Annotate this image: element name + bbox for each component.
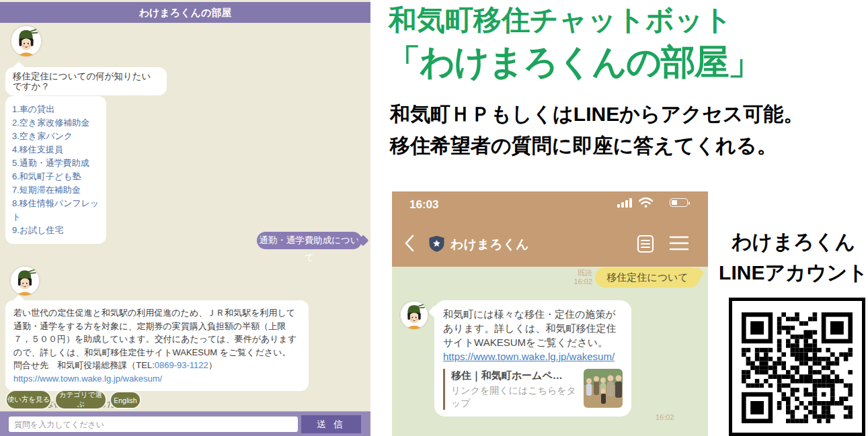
bot-avatar (10, 266, 40, 296)
wifi-icon (639, 198, 653, 208)
bot-avatar (400, 301, 428, 329)
chat-header-title: わけまろくんの部屋 (0, 2, 370, 23)
bot-avatar (11, 26, 42, 56)
phone-user-message: 移住定住について (595, 267, 700, 288)
status-bar-time: 16:03 (409, 198, 438, 212)
phone-wakesum-link[interactable]: https://www.town.wake.lg.jp/wakesum/ (443, 351, 615, 362)
chatbot-panel: わけまろくんの部屋 移住定住についての何が知りたいですか？ 1.車の貸出 2.空… (0, 0, 370, 436)
menu-item-trial-house[interactable]: 9.お試し住宅 (12, 224, 100, 237)
headline-line1: 和気町移住チャットボット (389, 1, 732, 39)
chat-partner-name: わけまろくん (450, 236, 529, 253)
contact-line: 問合せ先 和気町役場総務課（TEL:0869-93-1122） (13, 360, 217, 370)
menu-item-car-rental[interactable]: 1.車の貸出 (12, 103, 100, 116)
line-qr-code (729, 298, 865, 436)
link-preview-thumbnail (584, 369, 623, 408)
menu-item-kids-school[interactable]: 6.和気町子ども塾 (12, 170, 100, 183)
send-button[interactable]: 送 信 (301, 415, 361, 433)
cellular-signal-icon (617, 198, 632, 208)
wakemaro-character-icon (10, 266, 40, 296)
qr-code-pattern (742, 312, 853, 423)
back-chevron-icon[interactable] (404, 234, 414, 252)
tel-link[interactable]: 0869-93-1122 (155, 360, 208, 370)
link-preview-title: 移住｜和気町ホームペ… (451, 369, 581, 382)
user-message-bubble: 通勤・通学費助成について (257, 232, 362, 249)
menu-item-pamphlet[interactable]: 8.移住情報パンフレット (12, 197, 100, 224)
line-app-screenshot: 16:03 わけまろくん 既読 16:0 (392, 191, 708, 436)
link-preview-card[interactable]: 移住｜和気町ホームペ… リンクを開くにはこちらをタップ (443, 369, 623, 410)
wakemaro-character-icon (11, 26, 42, 56)
description-line2: 移住希望者の質問に即座に答えてくれる。 (390, 132, 777, 160)
menu-hamburger-icon[interactable] (669, 234, 689, 252)
english-button[interactable]: English (110, 391, 141, 409)
wakesum-link[interactable]: https://www.town.wake.lg.jp/wakesum/ (13, 374, 162, 384)
description-line1: 和気町ＨＰもしくはLINEからアクセス可能。 (390, 101, 803, 128)
read-receipt: 既読 (569, 268, 592, 278)
sent-time: 16:02 (569, 277, 592, 286)
phone-bot-message-body: 和気町には様々な移住・定住の施策があります。詳しくは、和気町移住定住サイトWAK… (443, 308, 616, 348)
how-to-use-button[interactable]: 使い方を見る (5, 390, 52, 410)
qr-label-line2: LINEアカウント (714, 259, 868, 287)
verified-badge-icon (428, 235, 445, 253)
bot-message-2: 若い世代の定住促進と和気駅の利用促進のため、ＪＲ和気駅を利用して通勤・通学をする… (5, 300, 309, 391)
bot-message-1: 移住定住についての何が知りたいですか？ (5, 67, 167, 95)
menu-item-vacant-house-bank[interactable]: 3.空き家バンク (12, 130, 100, 143)
menu-bubble: 1.車の貸出 2.空き家改修補助金 3.空き家バンク 4.移住支援員 5.通勤・… (5, 96, 106, 244)
bot-message-time: 16:02 (656, 413, 674, 421)
chat-input-bar: 送 信 (0, 411, 370, 436)
menu-item-vacant-house-subsidy[interactable]: 2.空き家改修補助金 (12, 116, 100, 130)
line-header: 16:03 わけまろくん (392, 191, 708, 267)
menu-item-migration-supporter[interactable]: 4.移住支援員 (12, 143, 100, 157)
menu-item-short-stay-subsidy[interactable]: 7.短期滞在補助金 (12, 183, 100, 197)
qr-label-line1: わけまろくん (719, 228, 867, 256)
menu-item-commute-subsidy[interactable]: 5.通勤・通学費助成 (12, 157, 100, 170)
battery-icon (667, 197, 688, 207)
wakemaro-character-icon (400, 301, 428, 329)
phone-bot-message: 和気町には様々な移住・定住の施策があります。詳しくは、和気町移住定住サイトWAK… (434, 300, 631, 417)
notes-icon[interactable] (637, 234, 654, 253)
link-preview-subtitle: リンクを開くにはこちらをタップ (451, 384, 581, 410)
question-input[interactable] (9, 417, 298, 432)
choose-category-button[interactable]: カテゴリで選ぶ (54, 390, 107, 410)
headline-line2: 「わけまろくんの部屋」 (386, 39, 762, 86)
bot-message-2-body: 若い世代の定住促進と和気駅の利用促進のため、ＪＲ和気駅を利用して通勤・通学をする… (13, 308, 297, 357)
